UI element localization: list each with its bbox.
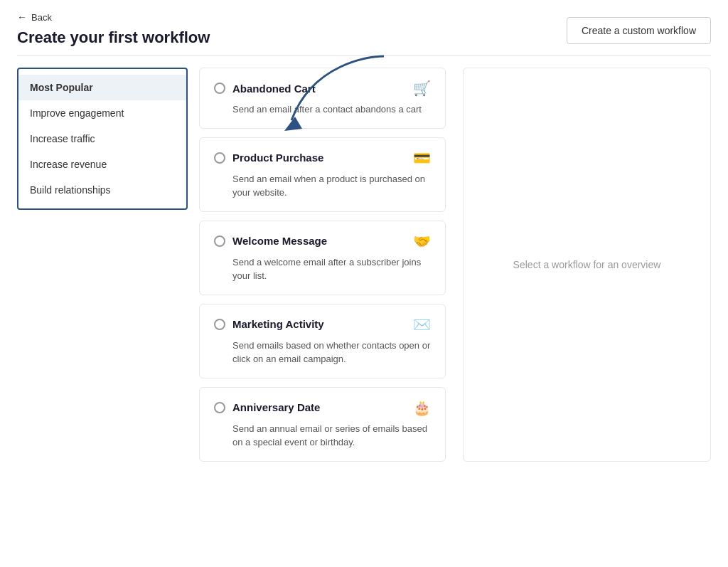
workflow-desc-abandoned-cart: Send an email after a contact abandons a… xyxy=(232,102,431,117)
workflow-title-marketing-activity: Marketing Activity xyxy=(232,318,324,330)
workflow-title-row: Product Purchase xyxy=(214,152,323,164)
sidebar: Most Popular Improve engagement Increase… xyxy=(17,68,188,210)
workflow-desc-product-purchase: Send an email when a product is purchase… xyxy=(232,172,431,200)
radio-button-product-purchase[interactable] xyxy=(214,152,225,164)
abandoned-cart-icon: 🛒 xyxy=(413,80,431,97)
sidebar-item-increase-traffic[interactable]: Increase traffic xyxy=(18,126,186,152)
workflow-title-product-purchase: Product Purchase xyxy=(232,152,323,164)
sidebar-item-improve-engagement[interactable]: Improve engagement xyxy=(18,100,186,126)
back-link[interactable]: ← Back xyxy=(17,11,210,23)
workflow-card-header: Anniversary Date 🎂 xyxy=(214,399,431,416)
workflow-card-header: Product Purchase 💳 xyxy=(214,149,431,166)
radio-button-anniversary-date[interactable] xyxy=(214,402,225,413)
main-content: Most Popular Improve engagement Increase… xyxy=(0,56,728,473)
workflow-title-welcome-message: Welcome Message xyxy=(232,235,327,247)
workflow-title-row: Welcome Message xyxy=(214,235,327,247)
radio-button-abandoned-cart[interactable] xyxy=(214,83,225,94)
welcome-message-icon: 🤝 xyxy=(413,233,431,250)
workflow-desc-marketing-activity: Send emails based on whether contacts op… xyxy=(232,339,431,366)
workflow-desc-anniversary-date: Send an annual email or series of emails… xyxy=(232,422,431,450)
back-label: Back xyxy=(31,12,52,23)
workflow-card-marketing-activity[interactable]: Marketing Activity ✉️ Send emails based … xyxy=(199,304,446,378)
radio-button-welcome-message[interactable] xyxy=(214,235,225,247)
workflow-title-row: Marketing Activity xyxy=(214,318,324,330)
workflow-card-header: Welcome Message 🤝 xyxy=(214,233,431,250)
sidebar-item-increase-revenue[interactable]: Increase revenue xyxy=(18,152,186,177)
marketing-activity-icon: ✉️ xyxy=(413,316,431,333)
product-purchase-icon: 💳 xyxy=(413,149,431,166)
workflow-title-row: Abandoned Cart xyxy=(214,83,316,95)
overview-placeholder: Select a workflow for an overview xyxy=(513,259,661,270)
workflow-card-anniversary-date[interactable]: Anniversary Date 🎂 Send an annual email … xyxy=(199,387,446,462)
top-bar: ← Back Create your first workflow Create… xyxy=(0,0,728,47)
workflow-title-row: Anniversary Date xyxy=(214,401,320,413)
workflow-card-product-purchase[interactable]: Product Purchase 💳 Send an email when a … xyxy=(199,137,446,212)
workflow-list: Abandoned Cart 🛒 Send an email after a c… xyxy=(199,68,446,462)
workflow-card-abandoned-cart[interactable]: Abandoned Cart 🛒 Send an email after a c… xyxy=(199,68,446,129)
header-left: ← Back Create your first workflow xyxy=(17,11,210,47)
sidebar-item-most-popular[interactable]: Most Popular xyxy=(18,75,186,100)
overview-panel: Select a workflow for an overview xyxy=(463,68,711,462)
create-custom-workflow-button[interactable]: Create a custom workflow xyxy=(567,17,711,44)
page-title: Create your first workflow xyxy=(17,28,210,47)
workflow-card-welcome-message[interactable]: Welcome Message 🤝 Send a welcome email a… xyxy=(199,221,446,295)
back-arrow-icon: ← xyxy=(17,11,27,23)
workflow-card-header: Marketing Activity ✉️ xyxy=(214,316,431,333)
anniversary-date-icon: 🎂 xyxy=(413,399,431,416)
workflow-title-anniversary-date: Anniversary Date xyxy=(232,401,320,413)
workflow-title-abandoned-cart: Abandoned Cart xyxy=(232,83,316,95)
radio-button-marketing-activity[interactable] xyxy=(214,319,225,330)
workflow-card-header: Abandoned Cart 🛒 xyxy=(214,80,431,97)
workflow-desc-welcome-message: Send a welcome email after a subscriber … xyxy=(232,255,431,283)
sidebar-item-build-relationships[interactable]: Build relationships xyxy=(18,177,186,203)
